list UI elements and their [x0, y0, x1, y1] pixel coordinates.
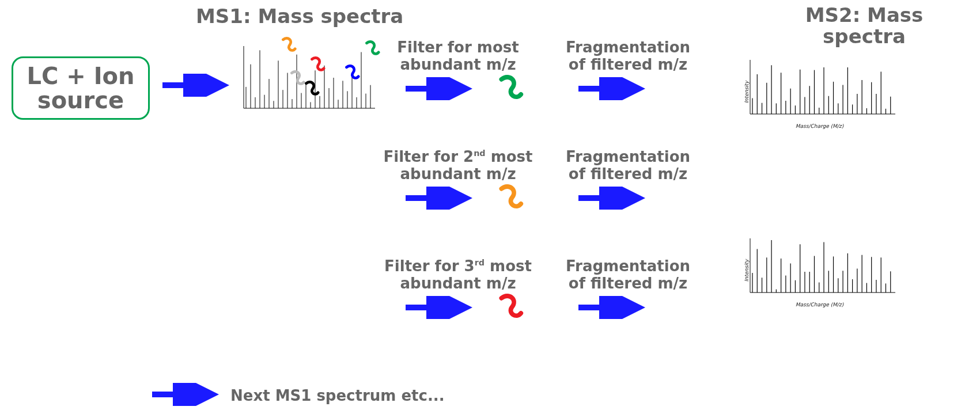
ms1-peptide-squiggle-1	[279, 37, 298, 56]
arrow-source-to-ms1	[160, 74, 229, 97]
ms2-title: MS2: Mass spectra	[760, 5, 968, 48]
selected-peptide-3	[495, 294, 525, 323]
ms1-peptide-squiggle-3	[308, 56, 327, 75]
filter-label-3: Filter for 3rd mostabundant m/z	[380, 258, 536, 293]
ms1-title: MS1: Mass spectra	[196, 5, 403, 28]
ms2-spectrum-1: IntensityMass/Charge (M/z)	[737, 58, 902, 127]
ms1-spectrum	[233, 41, 377, 116]
arrow-fragment-2	[576, 187, 645, 212]
fragmentation-label-1: Fragmentationof filtered m/z	[550, 39, 706, 74]
source-line2: source	[24, 88, 138, 112]
axis-x-label: Mass/Charge (M/z)	[796, 123, 843, 129]
filter-label-2: Filter for 2nd mostabundant m/z	[380, 149, 536, 183]
arrow-next-ms1	[150, 383, 219, 406]
arrow-filter-3	[403, 296, 472, 321]
next-ms1-label: Next MS1 spectrum etc...	[230, 387, 445, 404]
lc-ion-source-box: LC + Ion source	[12, 56, 150, 120]
arrow-fragment-3	[576, 296, 645, 321]
arrow-filter-2	[403, 187, 472, 212]
arrow-fragment-1	[576, 77, 645, 102]
selected-peptide-2	[495, 184, 525, 214]
ms1-peptide-squiggle-2	[363, 40, 381, 59]
axis-x-label: Mass/Charge (M/z)	[796, 302, 843, 307]
filter-label-1: Filter for mostabundant m/z	[380, 39, 536, 74]
source-line1: LC + Ion	[24, 64, 138, 88]
fragmentation-label-2: Fragmentationof filtered m/z	[550, 149, 706, 183]
ms1-peptide-squiggle-6	[302, 81, 321, 100]
arrow-filter-1	[403, 77, 472, 102]
fragmentation-label-3: Fragmentationof filtered m/z	[550, 258, 706, 293]
ms2-spectrum-2: IntensityMass/Charge (M/z)	[737, 236, 902, 305]
selected-peptide-1	[495, 75, 525, 104]
ms1-peptide-squiggle-4	[343, 64, 361, 83]
